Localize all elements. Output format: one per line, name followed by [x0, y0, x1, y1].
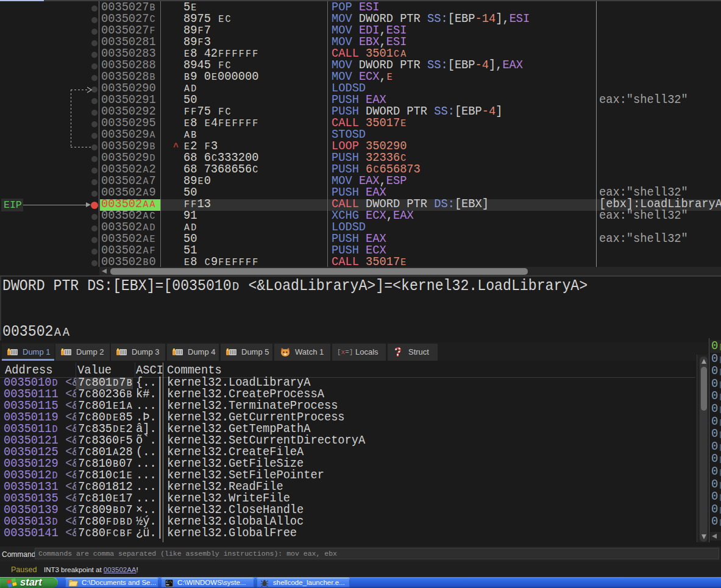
svg-text:C:\: C:\	[166, 580, 172, 584]
